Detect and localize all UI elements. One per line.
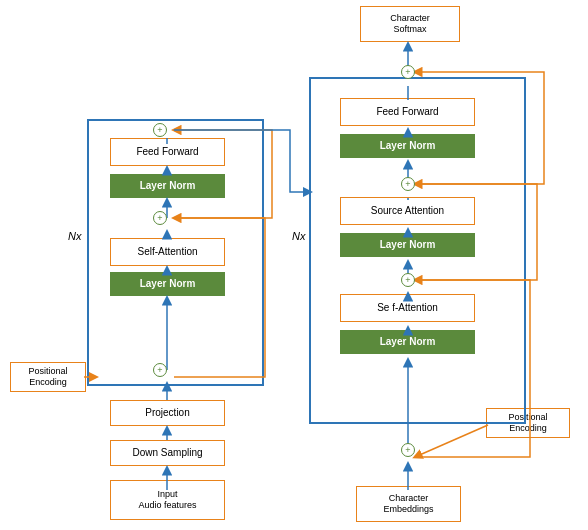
positional-encoding-left: PositionalEncoding bbox=[10, 362, 86, 392]
encoder-add-top: + bbox=[153, 123, 167, 137]
decoder-add-1: + bbox=[401, 65, 415, 79]
svg-line-24 bbox=[415, 425, 488, 457]
encoder-self-attention: Self-Attention bbox=[110, 238, 225, 266]
decoder-add-3: + bbox=[401, 273, 415, 287]
positional-encoding-right: PositionalEncoding bbox=[486, 408, 570, 438]
decoder-add-4: + bbox=[401, 443, 415, 457]
char-softmax: CharacterSoftmax bbox=[360, 6, 460, 42]
input-audio: InputAudio features bbox=[110, 480, 225, 520]
decoder-feed-forward: Feed Forward bbox=[340, 98, 475, 126]
decoder-self-attention: Se f-Attention bbox=[340, 294, 475, 322]
encoder-add-mid: + bbox=[153, 211, 167, 225]
down-sampling: Down Sampling bbox=[110, 440, 225, 466]
projection: Projection bbox=[110, 400, 225, 426]
encoder-add-bot: + bbox=[153, 363, 167, 377]
decoder-layer-norm-1: Layer Norm bbox=[340, 134, 475, 158]
encoder-layer-norm-top: Layer Norm bbox=[110, 174, 225, 198]
decoder-layer-norm-2: Layer Norm bbox=[340, 233, 475, 257]
char-embeddings: CharacterEmbeddings bbox=[356, 486, 461, 522]
decoder-layer-norm-3: Layer Norm bbox=[340, 330, 475, 354]
decoder-add-2: + bbox=[401, 177, 415, 191]
diagram: Nx Feed Forward Layer Norm Self-Attentio… bbox=[0, 0, 588, 530]
nx-label-left: Nx bbox=[68, 230, 81, 242]
arrows-svg bbox=[0, 0, 588, 530]
encoder-feed-forward: Feed Forward bbox=[110, 138, 225, 166]
nx-label-right: Nx bbox=[292, 230, 305, 242]
encoder-layer-norm-bottom: Layer Norm bbox=[110, 272, 225, 296]
decoder-source-attention: Source Attention bbox=[340, 197, 475, 225]
